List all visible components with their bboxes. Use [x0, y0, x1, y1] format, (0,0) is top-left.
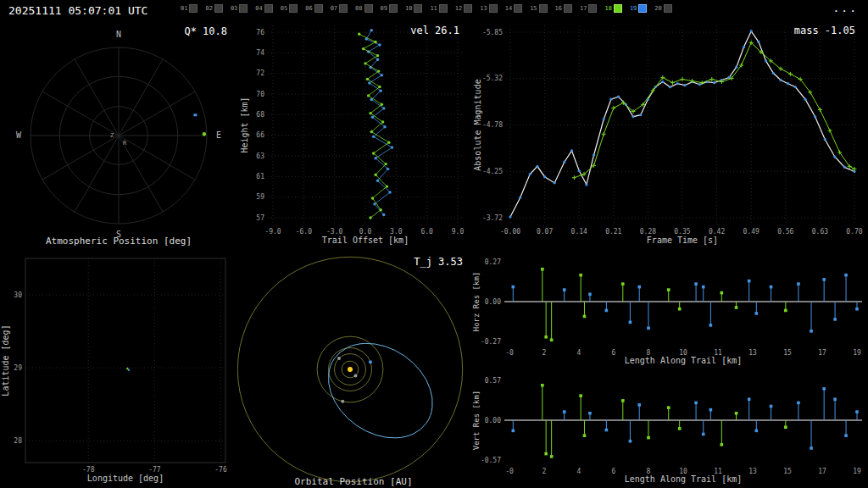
frame-thumb-09[interactable]: 09 [381, 4, 398, 13]
earth-marker [369, 360, 372, 363]
frame-number: 08 [355, 6, 362, 12]
radiant-label: R [123, 140, 127, 147]
frame-thumbnail[interactable] [189, 4, 198, 13]
frame-number: 09 [381, 6, 387, 12]
trail-x-axis-label: Trail Offset [km] [322, 236, 409, 245]
y-tick-label: -0.57 [481, 457, 501, 464]
mass-annotation: mass -1.05 [794, 25, 855, 36]
frame-thumb-13[interactable]: 13 [480, 4, 497, 13]
x-tick-label: -0 [505, 349, 514, 357]
frame-thumb-05[interactable]: 05 [281, 4, 298, 13]
sun-marker [348, 367, 353, 372]
frame-thumb-19[interactable]: 19 [630, 4, 647, 13]
frame-thumbnail[interactable] [638, 4, 647, 13]
x-tick-label: 19 [853, 468, 861, 475]
frame-thumb-06[interactable]: 06 [305, 4, 322, 13]
frame-thumb-03[interactable]: 03 [231, 4, 248, 13]
x-tick-label: 0.28 [640, 228, 656, 236]
x-tick-label: -76 [214, 466, 227, 474]
x-tick-label: 0.63 [812, 228, 828, 236]
frame-thumb-14[interactable]: 14 [505, 4, 522, 13]
frame-thumbnail[interactable] [664, 4, 672, 13]
x-tick-label: 0.56 [777, 228, 793, 236]
frame-thumbnail[interactable] [514, 4, 522, 13]
frame-thumb-04[interactable]: 04 [255, 4, 272, 13]
y-tick-label: 61 [256, 173, 264, 180]
y-tick-label: 70 [256, 91, 264, 98]
y-tick-label: 30 [14, 291, 22, 299]
frame-thumbnail[interactable] [289, 4, 298, 13]
frame-thumbnail[interactable] [489, 4, 498, 13]
frame-thumbnail[interactable] [364, 4, 373, 13]
frame-strip[interactable]: 0102030405060708091011121314151617181920 [181, 4, 672, 13]
frame-thumb-16[interactable]: 16 [555, 4, 572, 13]
frame-number: 14 [505, 6, 512, 12]
panel-orbital-position: T_j 3.53Orbital Position [AU] [237, 251, 470, 488]
frame-thumb-07[interactable]: 07 [331, 4, 348, 13]
frame-number: 11 [430, 6, 437, 12]
x-tick-label: -77 [148, 466, 161, 474]
frame-thumbnail[interactable] [214, 4, 223, 13]
x-tick-label: 0.35 [674, 228, 690, 236]
trail-y-axis-label: Height [km] [240, 97, 249, 152]
frame-thumbnail[interactable] [464, 4, 472, 13]
frame-thumbnail[interactable] [264, 4, 273, 13]
frame-thumb-10[interactable]: 10 [405, 4, 422, 13]
east-label: E [216, 130, 221, 140]
frame-number: 10 [405, 6, 412, 12]
frame-thumb-18[interactable]: 18 [604, 4, 621, 13]
panel-vertical-residuals: -024681011131517190.570.00-0.57Length Al… [470, 369, 868, 488]
frame-thumbnail[interactable] [314, 4, 323, 13]
frame-thumb-02[interactable]: 02 [205, 4, 222, 13]
utc-timestamp: 20251111 05:07:01 UTC [8, 4, 147, 17]
x-tick-label: 15 [783, 468, 792, 475]
frame-thumb-12[interactable]: 12 [455, 4, 472, 13]
frame-thumbnail[interactable] [564, 4, 572, 13]
frame-thumbnail[interactable] [539, 4, 548, 13]
overflow-menu-button[interactable]: ... [833, 2, 858, 14]
y-tick-label: 29 [14, 364, 22, 372]
frame-thumb-15[interactable]: 15 [530, 4, 547, 13]
frame-thumbnail[interactable] [239, 4, 248, 13]
x-tick-label: -3.0 [326, 228, 342, 236]
panel-ground-track: -78-77-76302928Longitude [deg]Latitude [… [0, 251, 237, 488]
frame-thumb-20[interactable]: 20 [654, 4, 671, 13]
x-tick-label: 13 [748, 349, 757, 357]
y-tick-label: 0.00 [485, 417, 501, 424]
lc-y-axis-label: Absolute Magnitude [473, 79, 482, 170]
geo-y-axis-label: Latitude [deg] [1, 324, 10, 396]
x-tick-label: 4 [577, 349, 581, 357]
mercury-marker [353, 374, 357, 377]
horizontal-residuals-chart: -024681011131517190.270.00-0.27Length Al… [470, 251, 868, 369]
atmospheric-position-chart: NESWZRQ* 10.8Atmospheric Position [deg] [0, 20, 237, 251]
frame-thumbnail[interactable] [389, 4, 398, 13]
x-tick-label: 17 [818, 349, 826, 357]
y-tick-label: 59 [256, 193, 264, 201]
vert_residuals-y-axis-label: Vert Res [km] [472, 391, 481, 450]
frame-thumbnail[interactable] [414, 4, 422, 13]
x-tick-label: 2 [542, 468, 547, 475]
y-tick-label: -4.78 [482, 121, 503, 129]
meteoroid-orbit [310, 324, 451, 458]
x-tick-label: -6.0 [296, 228, 312, 236]
frame-thumb-11[interactable]: 11 [430, 4, 447, 13]
x-tick-label: 6 [612, 468, 616, 475]
frame-thumb-17[interactable]: 17 [580, 4, 597, 13]
frame-thumb-01[interactable]: 01 [181, 4, 198, 13]
frame-number: 06 [305, 6, 312, 12]
vert_residuals-x-axis-label: Length Along Trail [km] [625, 474, 742, 484]
frame-thumbnail[interactable] [614, 4, 622, 13]
vertical-residuals-chart: -024681011131517190.570.00-0.57Length Al… [470, 369, 868, 488]
frame-thumbnail[interactable] [339, 4, 348, 13]
frame-thumbnail[interactable] [439, 4, 448, 13]
frame-thumbnail[interactable] [588, 4, 597, 13]
x-tick-label: 0.49 [743, 228, 760, 236]
x-tick-label: 0.70 [846, 228, 862, 236]
x-tick-label: 3.0 [390, 228, 403, 236]
frame-number: 07 [331, 6, 337, 12]
frame-number: 16 [555, 6, 562, 12]
geo-x-axis-label: Longitude [deg] [87, 474, 164, 483]
orbital-position-chart: T_j 3.53Orbital Position [AU] [237, 251, 470, 488]
frame-thumb-08[interactable]: 08 [355, 4, 372, 13]
panel-atmospheric-position: NESWZRQ* 10.8Atmospheric Position [deg] [0, 20, 237, 251]
